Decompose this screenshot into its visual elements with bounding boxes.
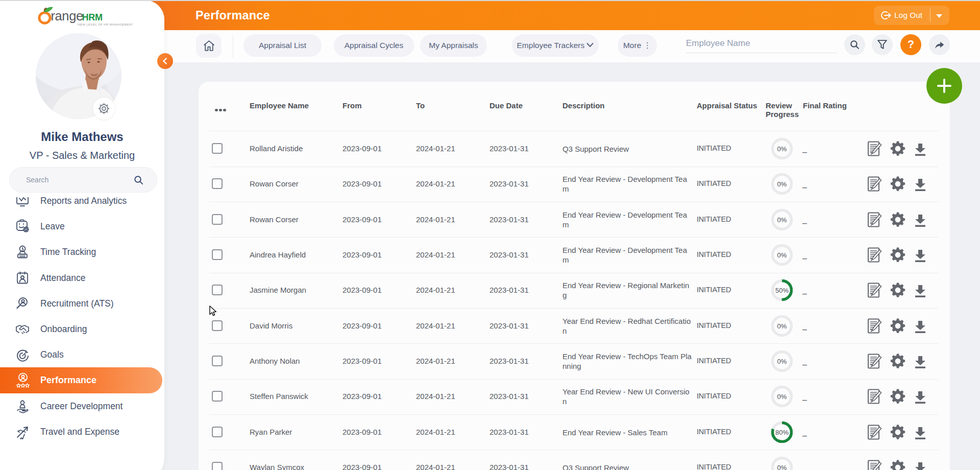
svg-text:HRM: HRM <box>82 12 103 22</box>
svg-text:NEW LEVEL OF HR MANAGEMENT: NEW LEVEL OF HR MANAGEMENT <box>78 22 133 26</box>
svg-text:range: range <box>51 9 83 23</box>
